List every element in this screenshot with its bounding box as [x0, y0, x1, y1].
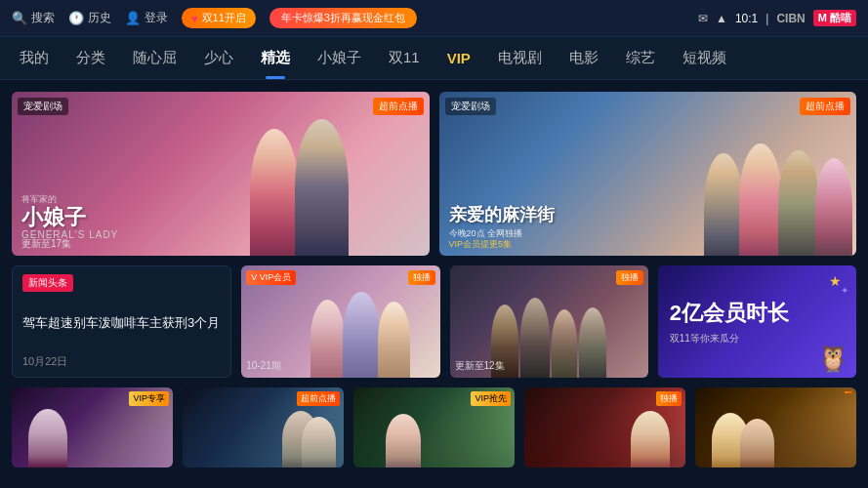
- news-card[interactable]: 新闻头条 驾车超速别车泼咖啡车主获刑3个月 10月22日: [12, 265, 231, 378]
- content-row: 新闻头条 驾车超速别车泼咖啡车主获刑3个月 10月22日 V VIP会员 独播 …: [12, 265, 856, 378]
- top-bar-right: ✉ ▲ 10:1 | CIBN M 酷喵: [698, 10, 856, 26]
- cibn-logo: CIBN: [776, 12, 805, 25]
- hero-left-badge: 超前点播: [373, 98, 424, 115]
- mini3-tag: VIP抢先: [471, 391, 511, 406]
- promo2-label: 年卡惊爆3折再赢现金红包: [281, 12, 405, 23]
- hero-row: 宠爱剧场 超前点播 将军家的 小娘子 GENERAL'S LADY 更新至17集: [12, 92, 856, 256]
- hero-left-update: 更新至17集: [21, 237, 71, 251]
- divider: |: [765, 12, 768, 25]
- login-label: 登录: [145, 10, 168, 26]
- search-label: 搜索: [31, 10, 55, 26]
- news-headline: 驾车超速别车泼咖啡车主获刑3个月: [22, 314, 221, 332]
- history-button[interactable]: 🕐 历史: [68, 10, 111, 26]
- mini1-tag: VIP专享: [129, 391, 169, 406]
- search-icon: 🔍: [12, 11, 27, 25]
- show1-vip-tag: V VIP会员: [246, 270, 296, 285]
- show-card-1[interactable]: V VIP会员 独播 10-21期: [241, 265, 439, 378]
- hero-left-title-area: 将军家的 小娘子 GENERAL'S LADY: [21, 193, 118, 240]
- nav-item-shortvideo[interactable]: 短视频: [682, 49, 726, 67]
- news-tag: 新闻头条: [22, 274, 73, 292]
- history-icon: 🕐: [68, 11, 84, 25]
- vip-ad-sub: 双11等你来瓜分: [670, 332, 739, 346]
- show1-episode: 10-21期: [246, 359, 281, 373]
- hero-left-title: 小娘子: [21, 206, 118, 229]
- history-label: 历史: [88, 10, 111, 26]
- news-date: 10月22日: [22, 354, 221, 369]
- vip-ad-num: 2亿会员时长: [670, 299, 789, 328]
- top-bar: 🔍 搜索 🕐 历史 👤 登录 ♥ 双11开启 年卡惊爆3折再赢现金红包 ✉ ▲ …: [0, 0, 868, 37]
- hero-right-title-area: 亲爱的麻洋街: [449, 203, 555, 226]
- signal-icon: ▲: [716, 12, 727, 25]
- mini5-tag: [845, 391, 852, 393]
- show2-episode: 更新至12集: [455, 359, 505, 373]
- nav-item-xiaoniangzi[interactable]: 小娘子: [317, 49, 361, 67]
- user-icon: 👤: [125, 11, 141, 25]
- vip-ad-card[interactable]: 2亿会员时长 双11等你来瓜分 🦉 ★ ✦: [658, 265, 856, 378]
- star-decoration2: ✦: [841, 285, 848, 296]
- mini-card-1[interactable]: VIP专享: [12, 387, 173, 468]
- login-button[interactable]: 👤 登录: [125, 10, 168, 26]
- promo-text2[interactable]: 年卡惊爆3折再赢现金红包: [269, 8, 417, 28]
- brand-logo: M 酷喵: [813, 10, 856, 26]
- mini4-tag: 独播: [656, 391, 682, 406]
- mascot-icon: 🦉: [817, 344, 848, 374]
- mini-card-3[interactable]: VIP抢先: [353, 387, 515, 468]
- promo-banner[interactable]: ♥ 双11开启: [182, 8, 256, 28]
- main-content: 宠爱剧场 超前点播 将军家的 小娘子 GENERAL'S LADY 更新至17集: [0, 80, 868, 475]
- mini-card-4[interactable]: 独播: [524, 387, 685, 468]
- third-row: VIP专享 超前点播 VIP抢先 独播: [12, 387, 856, 468]
- nav-item-wode[interactable]: 我的: [20, 49, 49, 67]
- mail-icon: ✉: [698, 12, 708, 25]
- show-card-2[interactable]: 独播 更新至12集: [450, 265, 648, 378]
- nav-item-double11[interactable]: 双11: [389, 49, 420, 67]
- nav-item-tvshow[interactable]: 电视剧: [498, 49, 542, 67]
- search-button[interactable]: 🔍 搜索: [12, 10, 55, 26]
- time-display: 10:1: [735, 12, 758, 25]
- hero-card-right[interactable]: 宠爱剧场 超前点播 亲爱的麻洋街 今晚20点 全网独播 VIP会员提更5集: [439, 92, 857, 256]
- show2-exclusive-tag: 独播: [616, 270, 643, 285]
- hero-left-brand: 宠爱剧场: [18, 98, 68, 115]
- hero-left-subtitle: 将军家的: [21, 193, 118, 206]
- show1-exclusive-tag: 独播: [408, 270, 435, 285]
- nav-item-vip[interactable]: VIP: [447, 50, 471, 66]
- nav-item-suixin[interactable]: 随心屈: [133, 49, 177, 67]
- nav-item-variety[interactable]: 综艺: [626, 49, 655, 67]
- hero-card-left[interactable]: 宠爱剧场 超前点播 将军家的 小娘子 GENERAL'S LADY 更新至17集: [12, 92, 430, 256]
- promo1-label: 双11开启: [202, 11, 246, 25]
- mini-card-2[interactable]: 超前点播: [183, 387, 344, 468]
- top-bar-left: 🔍 搜索 🕐 历史 👤 登录 ♥ 双11开启 年卡惊爆3折再赢现金红包: [12, 8, 690, 28]
- nav-item-jingxuan[interactable]: 精选: [261, 49, 290, 67]
- heart-icon: ♥: [191, 13, 198, 24]
- nav-item-shaoxin[interactable]: 少心: [204, 49, 233, 67]
- hero-right-badge: 超前点播: [800, 98, 850, 115]
- nav-bar: 我的 分类 随心屈 少心 精选 小娘子 双11 VIP 电视剧 电影 综艺 短视…: [0, 37, 868, 80]
- hero-right-vip-notice: VIP会员提更5集: [449, 238, 513, 251]
- mini-card-5[interactable]: [695, 387, 856, 468]
- hero-right-title: 亲爱的麻洋街: [449, 203, 555, 226]
- nav-item-fenlei[interactable]: 分类: [76, 49, 105, 67]
- mini2-tag: 超前点播: [297, 391, 340, 406]
- hero-right-brand: 宠爱剧场: [445, 98, 496, 115]
- nav-item-movie[interactable]: 电影: [569, 49, 599, 67]
